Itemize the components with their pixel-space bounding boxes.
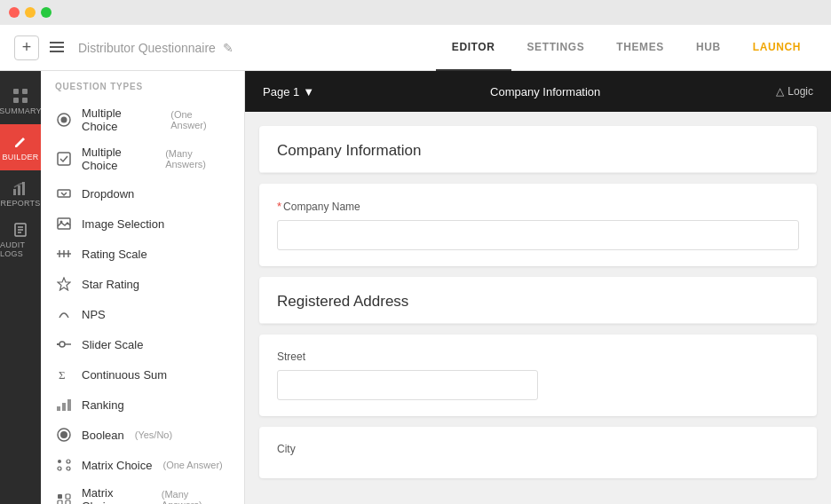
svg-rect-38 (58, 494, 62, 499)
matrix-one-icon (55, 456, 73, 474)
field-city: City (259, 427, 817, 478)
hamburger-icon[interactable] (50, 40, 64, 56)
qtype-boolean[interactable]: Boolean (Yes/No) (41, 420, 244, 450)
sidebar-item-label: SUMMARY (0, 106, 42, 115)
tab-hub[interactable]: HUB (680, 25, 737, 71)
required-indicator: * (277, 200, 281, 213)
sidebar-item-summary[interactable]: SUMMARY (0, 78, 41, 124)
qtype-rating-scale[interactable]: Rating Scale (41, 239, 244, 269)
tab-launch[interactable]: LAUNCH (737, 25, 817, 71)
tab-settings[interactable]: SETTINGS (511, 25, 601, 71)
svg-rect-3 (13, 89, 19, 94)
sidebar-item-reports[interactable]: REPORTS (0, 170, 41, 217)
slider-icon (55, 335, 73, 353)
maximize-button[interactable] (41, 7, 51, 18)
rating-scale-icon (55, 245, 73, 263)
section-title: Company Information (259, 126, 817, 173)
qtype-label: Image Selection (82, 217, 164, 231)
sigma-icon: Σ (55, 366, 73, 383)
sidebar-icons: SUMMARY BUILDER REPORTS (0, 71, 41, 504)
qtype-dropdown[interactable]: Dropdown (41, 178, 244, 209)
top-nav: + Distributor Questionnaire ✎ EDITOR SET… (0, 25, 831, 71)
field-label: Street (277, 350, 799, 363)
qtype-sub: (One Answer) (162, 460, 222, 470)
svg-rect-6 (22, 98, 28, 103)
svg-rect-41 (66, 500, 70, 504)
qtype-matrix-one[interactable]: Matrix Choice (One Answer) (41, 450, 244, 480)
svg-rect-31 (67, 399, 71, 411)
qtype-label: Multiple Choice (82, 106, 160, 133)
svg-rect-29 (57, 406, 60, 411)
qtype-star-rating[interactable]: Star Rating (41, 269, 244, 299)
svg-point-35 (67, 460, 70, 463)
street-input[interactable] (277, 370, 538, 400)
close-button[interactable] (9, 7, 20, 18)
page-label: Page 1 (263, 85, 299, 98)
qtype-ranking[interactable]: Ranking (41, 390, 244, 420)
page-title: Distributor Questionnaire ✎ (78, 41, 425, 55)
svg-rect-30 (62, 403, 66, 411)
sidebar-item-label: BUILDER (3, 153, 39, 161)
ranking-icon (55, 396, 73, 413)
qtype-label: Multiple Choice (82, 146, 154, 172)
svg-point-15 (61, 117, 67, 123)
page-dropdown-icon: ▼ (303, 85, 314, 98)
qtype-label: Matrix Choice (82, 459, 152, 472)
svg-point-26 (59, 342, 65, 347)
logic-label: Logic (787, 85, 813, 98)
svg-point-36 (58, 467, 61, 470)
qtype-mc-one[interactable]: Multiple Choice (One Answer) (41, 100, 244, 139)
label-text: Company Name (283, 201, 360, 213)
qtype-sub: (One Answer) (170, 109, 230, 130)
tab-themes[interactable]: THEMES (600, 25, 680, 71)
svg-point-34 (58, 460, 61, 463)
image-icon (55, 215, 73, 232)
field-company-name: * Company Name (259, 184, 817, 266)
sidebar-item-auditlogs[interactable]: AUDIT LOGS (0, 217, 41, 263)
company-name-input[interactable] (277, 220, 799, 250)
label-text: Street (277, 350, 305, 363)
tab-editor[interactable]: EDITOR (436, 25, 511, 71)
qtype-label: Star Rating (82, 278, 139, 291)
qtype-label: Continuous Sum (82, 368, 167, 382)
qtype-label: Slider Scale (82, 338, 143, 351)
qtype-slider-scale[interactable]: Slider Scale (41, 329, 244, 359)
svg-text:Σ: Σ (59, 368, 66, 382)
logic-icon: △ (776, 85, 784, 98)
qtype-image-selection[interactable]: Image Selection (41, 209, 244, 239)
qtype-sub: (Many Answers) (162, 489, 230, 504)
panel-title: QUESTION TYPES (41, 82, 244, 100)
svg-point-37 (67, 467, 70, 470)
sidebar-item-builder[interactable]: BUILDER (0, 124, 41, 170)
qtype-sub: (Many Answers) (165, 148, 230, 169)
svg-rect-7 (13, 189, 16, 195)
nav-tabs: EDITOR SETTINGS THEMES HUB LAUNCH (436, 25, 817, 71)
field-label: * Company Name (277, 200, 799, 213)
qtype-nps[interactable]: NPS (41, 299, 244, 329)
radio-icon (55, 111, 73, 129)
svg-rect-4 (22, 89, 28, 94)
qtype-label: NPS (82, 308, 106, 321)
sidebar-item-label: AUDIT LOGS (0, 240, 41, 258)
logic-button[interactable]: △ Logic (776, 85, 813, 98)
svg-rect-8 (18, 185, 20, 195)
svg-rect-9 (22, 182, 25, 195)
editor-main: Page 1 ▼ Company Information △ Logic Com… (245, 71, 831, 504)
qtype-matrix-many[interactable]: Matrix Choice (Many Answers) (41, 480, 244, 504)
boolean-icon (55, 426, 73, 444)
minimize-button[interactable] (25, 7, 36, 18)
section-company-info: Company Information (259, 126, 817, 173)
page-center-title: Company Information (314, 85, 776, 98)
qtype-continuous-sum[interactable]: Σ Continuous Sum (41, 359, 244, 390)
svg-rect-1 (50, 46, 64, 48)
qtype-label: Rating Scale (82, 248, 147, 261)
qtype-sub: (Yes/No) (135, 429, 172, 440)
edit-icon[interactable]: ✎ (223, 41, 233, 55)
star-icon (55, 275, 73, 293)
page-selector[interactable]: Page 1 ▼ (263, 85, 314, 98)
qtype-label: Boolean (82, 429, 124, 442)
add-button[interactable]: + (14, 35, 39, 60)
title-bar (0, 0, 831, 25)
question-panel: QUESTION TYPES Multiple Choice (One Answ… (41, 71, 245, 504)
qtype-mc-many[interactable]: Multiple Choice (Many Answers) (41, 139, 244, 178)
